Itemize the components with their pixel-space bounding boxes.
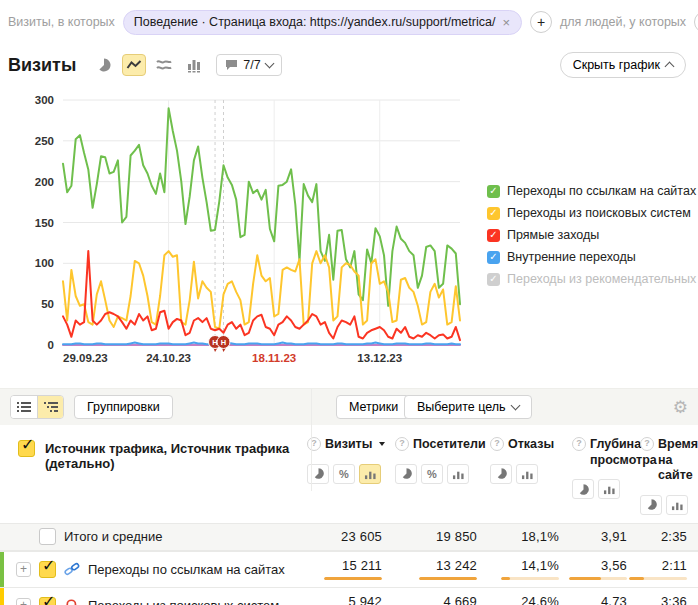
help-icon[interactable]: ? (307, 437, 321, 451)
legend-checkbox[interactable]: ✓ (487, 185, 500, 198)
metric-display-toggles: % (395, 464, 488, 484)
pie-toggle-icon[interactable] (395, 464, 417, 484)
legend-label: Переходы по ссылкам на сайтах (507, 184, 696, 198)
sort-desc-icon (379, 442, 385, 446)
metric-column-name[interactable]: Посетители (413, 437, 486, 453)
legend-checkbox[interactable]: ✓ (487, 207, 500, 220)
bars-toggle-icon[interactable] (359, 464, 381, 484)
pie-toggle-icon[interactable] (490, 464, 512, 484)
metric-column-name[interactable]: Время на сайте (658, 437, 698, 484)
visits-line-chart[interactable]: 05010015020025030029.09.2324.10.2318.11.… (0, 84, 470, 366)
comments-dropdown[interactable]: 7/7 (216, 54, 281, 76)
series-line-2[interactable] (63, 251, 460, 340)
metric-bar (629, 577, 687, 580)
groupings-button[interactable]: Группировки (74, 395, 173, 419)
legend-item[interactable]: ✓Переходы из рекомендательных систем (487, 268, 698, 290)
metric-value: 23 605 (341, 529, 382, 544)
goal-select-button[interactable]: Выберите цель (404, 395, 532, 419)
metric-bar (419, 577, 477, 580)
series-line-3[interactable] (63, 343, 460, 345)
hide-chart-label: Скрыть график (573, 58, 660, 72)
metric-value: 19 850 (436, 529, 477, 544)
segment-filter-bar: Визиты, в которых Поведение · Страница в… (0, 0, 698, 40)
chart-type-switcher (92, 54, 206, 76)
people-filter-label: для людей, у которых (560, 15, 686, 29)
annotation-marker[interactable]: Н (217, 336, 230, 353)
metric-value-cell: 3:36 (638, 594, 698, 605)
table-row[interactable]: +✓Переходы из поисковых систем 5 9424 66… (0, 587, 698, 605)
legend-checkbox[interactable]: ✓ (487, 251, 500, 264)
svg-text:29.09.23: 29.09.23 (63, 352, 108, 364)
metric-value: 3,56 (601, 558, 627, 573)
metric-value-cell: 19 850 (393, 529, 488, 544)
metric-value-cell: 4,73 (570, 594, 638, 605)
metric-display-toggles: % (307, 464, 393, 484)
legend-checkbox[interactable]: ✓ (487, 229, 500, 242)
table-row[interactable]: +✓Переходы по ссылкам на сайтах 15 21113… (0, 551, 698, 587)
metric-display-toggles (640, 495, 698, 515)
hide-chart-button[interactable]: Скрыть график (560, 52, 686, 78)
metrics-button[interactable]: Метрики (336, 395, 411, 419)
row-label-cell: +✓Переходы по ссылкам на сайтах (0, 561, 305, 578)
metric-value-cell: 15 211 (305, 558, 393, 580)
svg-text:18.11.23: 18.11.23 (252, 352, 296, 364)
chart-header: Визиты 7/7 Скрыть график (0, 40, 698, 84)
svg-text:13.12.23: 13.12.23 (357, 352, 402, 364)
svg-text:200: 200 (35, 176, 54, 188)
chevron-up-icon (665, 62, 675, 72)
add-segment-condition-button[interactable]: + (530, 11, 552, 33)
metric-value-cell: 3,56 (570, 558, 638, 580)
add-people-condition-button[interactable]: + (694, 11, 698, 33)
column-chart-type-icon[interactable] (182, 54, 206, 76)
expand-row-button[interactable]: + (16, 598, 31, 605)
grouping-checkbox[interactable]: ✓ (18, 440, 35, 457)
metric-value: 4 669 (443, 594, 477, 605)
legend-checkbox[interactable]: ✓ (487, 273, 500, 286)
expand-row-button[interactable]: + (16, 562, 31, 577)
bars-toggle-icon[interactable] (666, 495, 688, 515)
legend-item[interactable]: ✓Прямые заходы (487, 224, 698, 246)
bars-toggle-icon[interactable] (447, 464, 469, 484)
metric-value: 15 211 (342, 558, 382, 573)
segment-chip-close-icon[interactable]: × (501, 15, 511, 30)
legend-item[interactable]: ✓Переходы из поисковых систем (487, 202, 698, 224)
row-checkbox[interactable] (39, 528, 56, 545)
svg-text:250: 250 (35, 135, 54, 147)
row-checkbox[interactable]: ✓ (39, 597, 56, 605)
metric-value-cell: 2:11 (638, 558, 698, 580)
bars-toggle-icon[interactable] (598, 479, 620, 499)
metric-column-header-2: ? Посетители % (393, 437, 488, 515)
percent-toggle-icon[interactable]: % (421, 464, 443, 484)
gear-icon[interactable]: ⚙ (673, 399, 688, 416)
svg-text:100: 100 (35, 257, 54, 269)
percent-toggle-icon[interactable]: % (333, 464, 355, 484)
help-icon[interactable]: ? (395, 437, 409, 451)
flat-list-view-icon[interactable] (11, 396, 37, 418)
pie-chart-type-icon[interactable] (92, 54, 116, 76)
segment-chip[interactable]: Поведение · Страница входа: https://yand… (123, 10, 522, 35)
row-color-strip (0, 552, 4, 587)
legend-item[interactable]: ✓Внутренние переходы (487, 246, 698, 268)
metric-bar (501, 577, 559, 580)
pie-toggle-icon[interactable] (572, 479, 594, 499)
help-icon[interactable]: ? (490, 437, 504, 451)
line-chart-type-icon[interactable] (122, 54, 146, 76)
table-row[interactable]: Итого и средние 23 60519 85018,1%3,912:3… (0, 523, 698, 551)
metric-value-cell: 24,6% (488, 594, 570, 605)
tree-view-icon[interactable] (37, 396, 63, 418)
legend-item[interactable]: ✓Переходы по ссылкам на сайтах (487, 180, 698, 202)
metric-column-header-5: ? Время на сайте (638, 437, 698, 515)
stacked-area-chart-type-icon[interactable] (152, 54, 176, 76)
visits-chart-area: 05010015020025030029.09.2324.10.2318.11.… (0, 84, 698, 366)
grouping-header-cell: ✓ Источник трафика, Источник трафика (де… (0, 437, 305, 515)
bars-toggle-icon[interactable] (516, 464, 538, 484)
row-checkbox[interactable]: ✓ (39, 561, 56, 578)
pie-toggle-icon[interactable] (640, 495, 662, 515)
metric-column-name[interactable]: Визиты (325, 437, 372, 453)
help-icon[interactable]: ? (640, 437, 654, 451)
metric-column-name[interactable]: Отказы (508, 437, 554, 453)
metric-value: 13 242 (436, 558, 477, 573)
row-label: Переходы из поисковых систем (88, 598, 279, 605)
help-icon[interactable]: ? (572, 437, 586, 451)
metric-value: 14,1% (521, 558, 559, 573)
